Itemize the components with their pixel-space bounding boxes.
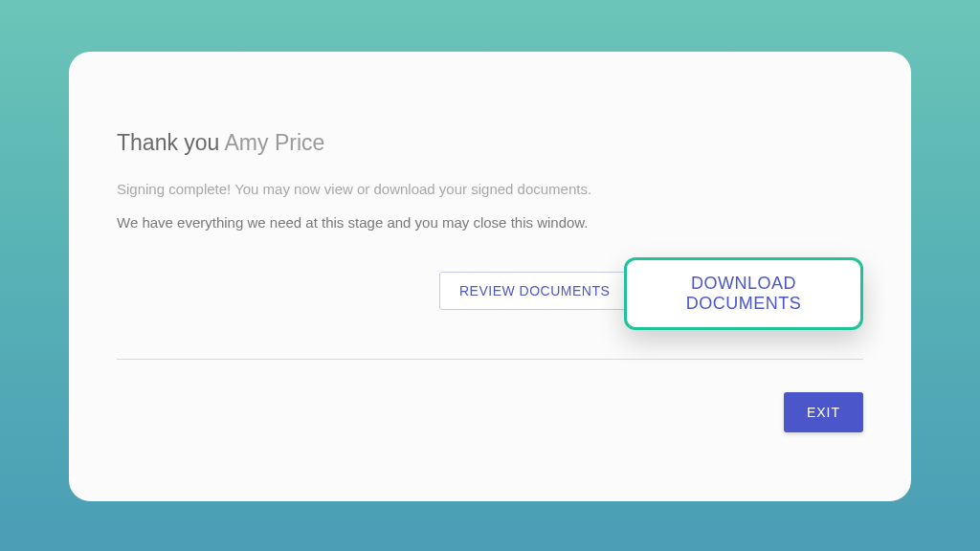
exit-button[interactable]: EXIT	[784, 392, 863, 432]
divider	[117, 359, 863, 360]
thank-you-prefix: Thank you	[117, 130, 225, 155]
download-highlight: DOWNLOAD DOCUMENTS	[624, 257, 863, 330]
page-title: Thank you Amy Price	[117, 130, 863, 156]
signing-complete-message: Signing complete! You may now view or do…	[117, 181, 863, 197]
close-window-message: We have everything we need at this stage…	[117, 214, 863, 231]
review-documents-button[interactable]: REVIEW DOCUMENTS	[439, 272, 630, 310]
user-name: Amy Price	[225, 130, 325, 155]
footer-row: EXIT	[117, 392, 863, 432]
actions-row: REVIEW DOCUMENTS DOWNLOAD DOCUMENTS	[117, 265, 863, 322]
confirmation-card: Thank you Amy Price Signing complete! Yo…	[69, 52, 911, 501]
download-documents-button[interactable]: DOWNLOAD DOCUMENTS	[646, 274, 841, 314]
